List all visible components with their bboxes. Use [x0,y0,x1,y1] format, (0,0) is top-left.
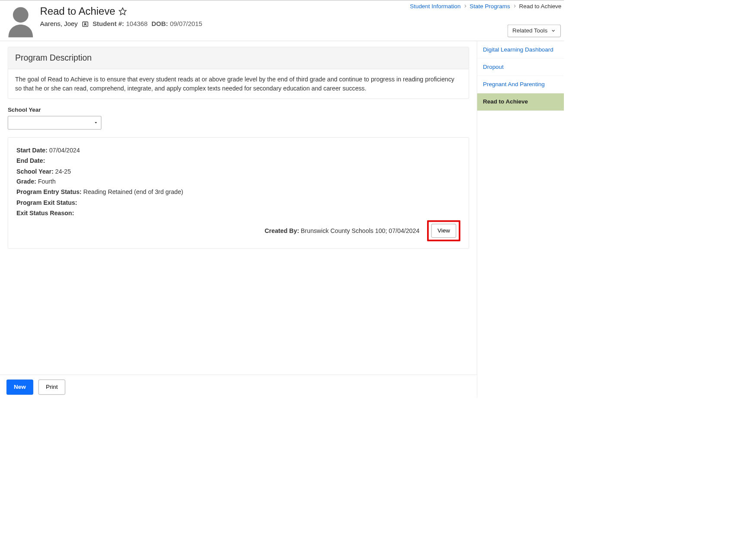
student-num-label: Student #: [93,20,124,28]
id-card-icon[interactable] [82,20,89,27]
main-content: Program Description The goal of Read to … [0,41,477,398]
program-description-heading: Program Description [8,47,469,69]
view-highlight: View [427,220,460,241]
chevron-right-icon [463,3,467,10]
end-date-label: End Date: [16,158,45,165]
program-record: Start Date: 07/04/2024 End Date: School … [8,137,469,249]
school-year-row-label: School Year: [16,168,54,175]
view-button[interactable]: View [431,224,456,238]
sidebar-item-pregnant-parenting[interactable]: Pregnant And Parenting [477,76,564,93]
dob-label: DOB: [151,20,168,28]
student-name: Aarens, Joey [40,20,78,28]
chevron-down-icon [551,27,556,34]
student-num: 104368 [126,20,148,28]
entry-status-value: Reading Retained (end of 3rd grade) [83,189,183,196]
breadcrumb-student-info[interactable]: Student Information [410,3,460,10]
related-tools-dropdown[interactable]: Related Tools [508,25,561,37]
dob-value: 09/07/2015 [170,20,203,28]
svg-point-0 [13,7,29,23]
breadcrumb-current: Read to Achieve [519,3,561,10]
bottom-bar: New Print [0,375,477,397]
created-by-value: Brunswick County Schools 100; 07/04/2024 [301,227,419,234]
grade-value: Fourth [38,178,56,185]
breadcrumb: Student Information State Programs Read … [410,3,561,10]
chevron-right-icon [513,3,517,10]
breadcrumb-state-programs[interactable]: State Programs [470,3,510,10]
grade-label: Grade: [16,178,36,185]
favorite-star-icon[interactable] [119,7,127,15]
entry-status-label: Program Entry Status: [16,189,81,196]
exit-reason-label: Exit Status Reason: [16,210,74,216]
student-sub-row: Aarens, Joey Student #: 104368 DOB: 09/0… [40,20,562,28]
sidebar-item-read-to-achieve[interactable]: Read to Achieve [477,94,564,111]
school-year-value: 24-25 [55,168,71,175]
sidebar-item-dropout[interactable]: Dropout [477,58,564,76]
app-root: Read to Achieve Aarens, Joey Student # [0,0,564,397]
created-by-label: Created By: [265,227,299,234]
program-description-card: Program Description The goal of Read to … [8,47,469,99]
page-title: Read to Achieve [40,5,116,17]
school-year-select[interactable] [8,116,101,129]
side-panel: Digital Learning Dashboard Dropout Pregn… [477,41,564,398]
print-button[interactable]: Print [39,380,65,395]
sidebar-item-digital-learning[interactable]: Digital Learning Dashboard [477,41,564,58]
start-date-label: Start Date: [16,147,48,154]
body: Program Description The goal of Read to … [0,41,564,398]
avatar [6,6,35,38]
school-year-label: School Year [8,107,469,113]
program-description-text: The goal of Read to Achieve is to ensure… [8,69,469,99]
exit-status-label: Program Exit Status: [16,199,77,206]
svg-marker-1 [119,8,126,15]
start-date-value: 07/04/2024 [49,147,80,154]
new-button[interactable]: New [6,380,33,395]
related-tools-label: Related Tools [512,27,547,34]
page-header: Read to Achieve Aarens, Joey Student # [0,0,564,41]
svg-point-3 [84,23,86,24]
